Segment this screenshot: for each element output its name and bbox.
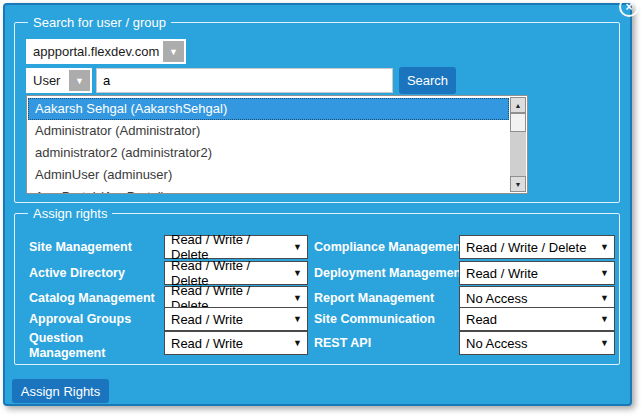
chevron-down-icon: ▼ xyxy=(596,268,609,278)
rights-label-question-management: Question Management xyxy=(29,331,121,361)
rights-label-site-communication: Site Communication xyxy=(314,307,458,331)
chevron-down-icon: ▼ xyxy=(596,338,609,348)
rights-label-deployment-management: Deployment Management xyxy=(314,261,458,285)
close-icon[interactable]: × xyxy=(619,0,639,17)
select-value: Read / Write xyxy=(466,266,538,281)
active-directory-select[interactable]: Read / Write / Delete ▼ xyxy=(164,261,308,285)
search-button[interactable]: Search xyxy=(399,67,456,94)
search-results-list: Aakarsh Sehgal (AakarshSehgal) Administr… xyxy=(28,98,509,194)
chevron-down-icon[interactable]: ▼ xyxy=(69,70,90,91)
select-value: Read xyxy=(466,312,497,327)
chevron-down-icon: ▼ xyxy=(596,314,609,324)
list-item[interactable]: administrator2 (administrator2) xyxy=(28,142,509,164)
list-item[interactable]: AdminUser (adminuser) xyxy=(28,164,509,186)
domain-combo-value: appportal.flexdev.com xyxy=(28,41,163,62)
assign-rights-groupbox-legend: Assign rights xyxy=(28,205,112,222)
assign-rights-groupbox: Assign rights Site Management Read / Wri… xyxy=(14,213,620,365)
chevron-down-icon: ▼ xyxy=(289,314,302,324)
chevron-down-icon: ▼ xyxy=(289,293,302,303)
rights-label-compliance-management: Compliance Management xyxy=(314,235,458,259)
select-value: Read / Write / Delete xyxy=(466,240,586,255)
chevron-down-icon[interactable]: ▼ xyxy=(163,41,184,62)
domain-combo[interactable]: appportal.flexdev.com ▼ xyxy=(26,39,186,64)
search-type-combo[interactable]: User ▼ xyxy=(26,68,92,93)
chevron-down-icon: ▼ xyxy=(289,268,302,278)
list-item[interactable]: App Portal (AppPortal) xyxy=(28,186,509,194)
search-results-listbox: Aakarsh Sehgal (AakarshSehgal) Administr… xyxy=(26,95,528,194)
select-value: No Access xyxy=(466,336,527,351)
approval-groups-select[interactable]: Read / Write ▼ xyxy=(164,307,308,331)
rest-api-select[interactable]: No Access ▼ xyxy=(459,331,615,355)
deployment-management-select[interactable]: Read / Write ▼ xyxy=(459,261,615,285)
select-value: Read / Write xyxy=(171,336,243,351)
chevron-down-icon: ▼ xyxy=(289,242,302,252)
list-item[interactable]: Administrator (Administrator) xyxy=(28,120,509,142)
rights-label-approval-groups: Approval Groups xyxy=(29,307,161,331)
list-item[interactable]: Aakarsh Sehgal (AakarshSehgal) xyxy=(28,98,509,120)
search-groupbox-legend: Search for user / group xyxy=(28,14,171,31)
chevron-down-icon: ▼ xyxy=(289,338,302,348)
select-value: No Access xyxy=(466,291,527,306)
rights-label-active-directory: Active Directory xyxy=(29,261,161,285)
scrollbar-thumb[interactable] xyxy=(510,113,526,132)
search-groupbox: Search for user / group appportal.flexde… xyxy=(14,22,620,203)
question-management-select[interactable]: Read / Write ▼ xyxy=(164,331,308,355)
site-communication-select[interactable]: Read ▼ xyxy=(459,307,615,331)
search-type-combo-value: User xyxy=(28,70,69,91)
scroll-up-icon[interactable]: ▲ xyxy=(510,97,526,113)
chevron-down-icon: ▼ xyxy=(596,293,609,303)
assign-rights-button[interactable]: Assign Rights xyxy=(12,379,109,403)
vertical-scrollbar[interactable]: ▲ ▼ xyxy=(510,97,526,192)
site-management-select[interactable]: Read / Write / Delete ▼ xyxy=(164,235,308,259)
rights-label-site-management: Site Management xyxy=(29,235,161,259)
chevron-down-icon: ▼ xyxy=(596,242,609,252)
select-value: Read / Write xyxy=(171,312,243,327)
compliance-management-select[interactable]: Read / Write / Delete ▼ xyxy=(459,235,615,259)
rights-label-rest-api: REST API xyxy=(314,331,458,355)
assign-rights-dialog: × Search for user / group appportal.flex… xyxy=(3,3,632,406)
scroll-down-icon[interactable]: ▼ xyxy=(510,176,526,192)
search-input[interactable] xyxy=(96,68,393,93)
